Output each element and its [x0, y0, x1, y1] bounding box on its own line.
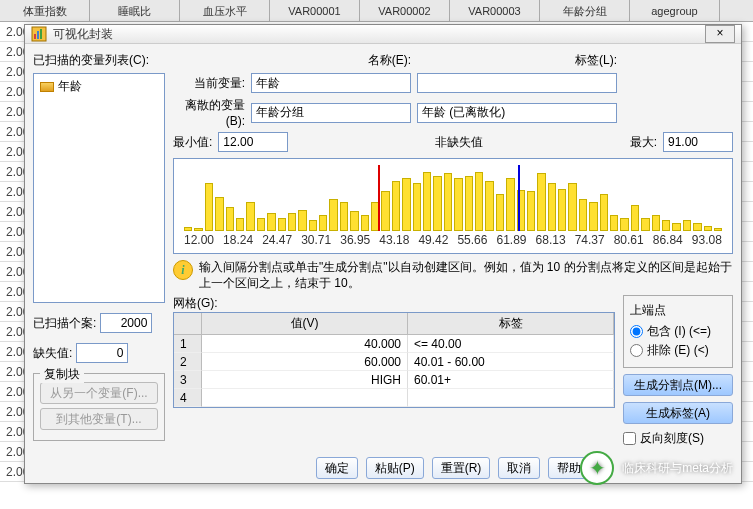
grid-row[interactable]: 4	[174, 389, 614, 407]
histogram-bar	[288, 213, 296, 231]
x-tick: 43.18	[379, 233, 409, 247]
col-header[interactable]: 血压水平	[180, 0, 270, 21]
col-header[interactable]: agegroup	[630, 0, 720, 21]
histogram-bar	[693, 223, 701, 231]
discrete-var-label: 离散的变量(B):	[173, 97, 245, 128]
max-field[interactable]	[663, 132, 733, 152]
histogram-bar	[683, 220, 691, 231]
missing-label: 缺失值:	[33, 345, 72, 362]
copy-group: 复制块 从另一个变量(F)... 到其他变量(T)...	[33, 373, 165, 441]
include-radio-input[interactable]	[630, 325, 643, 338]
app-icon	[31, 26, 47, 42]
histogram-bar	[236, 218, 244, 231]
cutpoint-marker[interactable]	[378, 165, 380, 231]
col-header[interactable]: VAR00003	[450, 0, 540, 21]
grid-header-empty	[174, 313, 202, 335]
titlebar[interactable]: 可视化封装 ×	[25, 25, 741, 44]
grid-cell-value[interactable]: 40.000	[202, 335, 408, 353]
histogram-bar	[329, 199, 337, 231]
histogram-bar	[298, 210, 306, 231]
histogram-bar	[600, 194, 608, 231]
current-var-name[interactable]	[251, 73, 411, 93]
x-tick: 36.95	[340, 233, 370, 247]
var-list-label: 已扫描的变量列表(C):	[33, 52, 165, 69]
histogram-bar	[278, 218, 286, 231]
grid-cell-tag[interactable]: 40.01 - 60.00	[408, 353, 614, 371]
grid-cell-tag[interactable]: 60.01+	[408, 371, 614, 389]
histogram-bar	[402, 178, 410, 231]
histogram-bar	[496, 194, 504, 231]
exclude-radio[interactable]: 排除 (E) (<)	[630, 342, 726, 359]
histogram-bar	[215, 197, 223, 231]
x-tick: 68.13	[536, 233, 566, 247]
grid-row[interactable]: 140.000<= 40.00	[174, 335, 614, 353]
histogram-bar	[558, 189, 566, 231]
histogram-bar	[309, 220, 317, 231]
histogram-bar	[662, 220, 670, 231]
x-tick: 74.37	[575, 233, 605, 247]
paste-button[interactable]: 粘贴(P)	[366, 457, 424, 479]
scanned-var-list[interactable]: 年龄	[33, 73, 165, 303]
help-button[interactable]: 帮助	[548, 457, 590, 479]
grid-row[interactable]: 260.00040.01 - 60.00	[174, 353, 614, 371]
grid-rownum: 4	[174, 389, 202, 407]
scanned-cases-field[interactable]	[100, 313, 152, 333]
grid-cell-value[interactable]	[202, 389, 408, 407]
histogram-bar	[184, 227, 192, 231]
grid-rownum: 1	[174, 335, 202, 353]
sheet-header: 体重指数 睡眠比 血压水平 VAR00001 VAR00002 VAR00003…	[0, 0, 753, 22]
histogram-bar	[652, 215, 660, 231]
x-tick: 61.89	[497, 233, 527, 247]
col-header[interactable]: 年龄分组	[540, 0, 630, 21]
scanned-cases-label: 已扫描个案:	[33, 315, 96, 332]
missing-field[interactable]	[76, 343, 128, 363]
reset-button[interactable]: 重置(R)	[432, 457, 491, 479]
min-label: 最小值:	[173, 134, 212, 151]
max-label: 最大:	[630, 134, 657, 151]
cutpoint-grid[interactable]: 值(V) 标签 140.000<= 40.00260.00040.01 - 60…	[173, 312, 615, 408]
exclude-radio-input[interactable]	[630, 344, 643, 357]
histogram-bar	[444, 173, 452, 231]
histogram-bar	[257, 218, 265, 231]
histogram-bar	[205, 183, 213, 231]
cancel-button[interactable]: 取消	[498, 457, 540, 479]
grid-cell-tag[interactable]: <= 40.00	[408, 335, 614, 353]
histogram-bar	[361, 215, 369, 231]
col-header[interactable]: VAR00002	[360, 0, 450, 21]
grid-row[interactable]: 3HIGH60.01+	[174, 371, 614, 389]
list-item[interactable]: 年龄	[34, 74, 164, 99]
grid-cell-value[interactable]: HIGH	[202, 371, 408, 389]
histogram-bar	[319, 215, 327, 231]
histogram-bar	[620, 218, 628, 231]
histogram-bar	[485, 181, 493, 231]
grid-cell-value[interactable]: 60.000	[202, 353, 408, 371]
x-tick: 86.84	[653, 233, 683, 247]
ruler-icon	[40, 82, 54, 92]
ok-button[interactable]: 确定	[316, 457, 358, 479]
x-tick: 30.71	[301, 233, 331, 247]
from-another-var-button: 从另一个变量(F)...	[40, 382, 158, 404]
histogram-bar	[381, 191, 389, 231]
histogram-bar	[610, 215, 618, 231]
include-radio[interactable]: 包含 (I) (<=)	[630, 323, 726, 340]
cutpoint-marker[interactable]	[518, 165, 520, 231]
min-field[interactable]	[218, 132, 288, 152]
current-var-tag[interactable]	[417, 73, 617, 93]
col-header[interactable]: VAR00001	[270, 0, 360, 21]
make-cutpoints-button[interactable]: 生成分割点(M)...	[623, 374, 733, 396]
histogram-bar	[433, 176, 441, 231]
close-button[interactable]: ×	[705, 25, 735, 43]
histogram-bar	[568, 183, 576, 231]
reverse-scale-checkbox[interactable]	[623, 432, 636, 445]
histogram: 12.0018.2424.4730.7136.9543.1849.4255.66…	[173, 158, 733, 254]
col-header[interactable]: 睡眠比	[90, 0, 180, 21]
col-header[interactable]: 体重指数	[0, 0, 90, 21]
current-var-label: 当前变量:	[173, 75, 245, 92]
grid-cell-tag[interactable]	[408, 389, 614, 407]
discrete-var-name[interactable]	[251, 103, 411, 123]
name-label: 名称(E):	[251, 52, 411, 69]
make-labels-button[interactable]: 生成标签(A)	[623, 402, 733, 424]
histogram-bar	[454, 178, 462, 231]
discrete-var-tag[interactable]	[417, 103, 617, 123]
histogram-bar	[589, 202, 597, 231]
